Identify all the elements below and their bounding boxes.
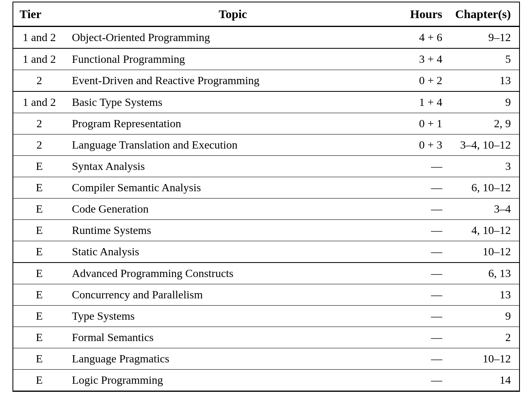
hours-cell: — (400, 369, 449, 391)
tier-cell: E (13, 155, 66, 177)
table-row: EAdvanced Programming Constructs—6, 13 (13, 263, 519, 284)
hours-cell: — (400, 219, 449, 241)
hours-cell: 1 + 4 (400, 91, 449, 113)
chapter-cell: 3–4, 10–12 (449, 134, 519, 155)
curriculum-table: Tier Topic Hours Chapter(s) 1 and 2Objec… (13, 2, 519, 391)
table-row: 1 and 2Object-Oriented Programming4 + 69… (13, 26, 519, 48)
header-tier: Tier (13, 2, 66, 27)
topic-cell: Code Generation (66, 198, 401, 219)
topic-cell: Logic Programming (66, 369, 401, 391)
topic-cell: Functional Programming (66, 48, 401, 70)
table-header-row: Tier Topic Hours Chapter(s) (13, 2, 519, 27)
tier-cell: E (13, 177, 66, 198)
table-row: 2Language Translation and Execution0 + 3… (13, 134, 519, 155)
table-row: ESyntax Analysis—3 (13, 155, 519, 177)
chapter-cell: 2 (449, 327, 519, 348)
topic-cell: Language Pragmatics (66, 348, 401, 369)
hours-cell: 0 + 3 (400, 134, 449, 155)
table-row: 1 and 2Functional Programming3 + 45 (13, 48, 519, 70)
header-hours: Hours (400, 2, 449, 27)
table-row: ELogic Programming—14 (13, 369, 519, 391)
chapter-cell: 6, 10–12 (449, 177, 519, 198)
header-chapter: Chapter(s) (449, 2, 519, 27)
tier-cell: 1 and 2 (13, 91, 66, 113)
hours-cell: — (400, 241, 449, 263)
table-row: 1 and 2Basic Type Systems1 + 49 (13, 91, 519, 113)
hours-cell: 3 + 4 (400, 48, 449, 70)
topic-cell: Runtime Systems (66, 219, 401, 241)
chapter-cell: 10–12 (449, 348, 519, 369)
tier-cell: 1 and 2 (13, 26, 66, 48)
tier-cell: E (13, 369, 66, 391)
hours-cell: — (400, 155, 449, 177)
topic-cell: Concurrency and Parallelism (66, 284, 401, 305)
table-row: EConcurrency and Parallelism—13 (13, 284, 519, 305)
chapter-cell: 13 (449, 284, 519, 305)
tier-cell: E (13, 348, 66, 369)
chapter-cell: 3–4 (449, 198, 519, 219)
chapter-cell: 9 (449, 305, 519, 327)
main-table-container: Tier Topic Hours Chapter(s) 1 and 2Objec… (12, 2, 520, 392)
topic-cell: Syntax Analysis (66, 155, 401, 177)
chapter-cell: 13 (449, 70, 519, 91)
table-row: ECode Generation—3–4 (13, 198, 519, 219)
hours-cell: — (400, 198, 449, 219)
hours-cell: — (400, 177, 449, 198)
tier-cell: 2 (13, 134, 66, 155)
topic-cell: Object-Oriented Programming (66, 26, 401, 48)
table-row: ERuntime Systems—4, 10–12 (13, 219, 519, 241)
topic-cell: Type Systems (66, 305, 401, 327)
topic-cell: Compiler Semantic Analysis (66, 177, 401, 198)
hours-cell: — (400, 348, 449, 369)
topic-cell: Program Representation (66, 113, 401, 134)
tier-cell: 1 and 2 (13, 48, 66, 70)
chapter-cell: 6, 13 (449, 263, 519, 284)
table-row: 2Event-Driven and Reactive Programming0 … (13, 70, 519, 91)
chapter-cell: 14 (449, 369, 519, 391)
topic-cell: Basic Type Systems (66, 91, 401, 113)
topic-cell: Formal Semantics (66, 327, 401, 348)
tier-cell: E (13, 263, 66, 284)
hours-cell: — (400, 327, 449, 348)
chapter-cell: 5 (449, 48, 519, 70)
hours-cell: 0 + 2 (400, 70, 449, 91)
topic-cell: Static Analysis (66, 241, 401, 263)
topic-cell: Language Translation and Execution (66, 134, 401, 155)
tier-cell: E (13, 305, 66, 327)
tier-cell: E (13, 284, 66, 305)
hours-cell: 4 + 6 (400, 26, 449, 48)
chapter-cell: 3 (449, 155, 519, 177)
topic-cell: Event-Driven and Reactive Programming (66, 70, 401, 91)
table-row: ECompiler Semantic Analysis—6, 10–12 (13, 177, 519, 198)
tier-cell: E (13, 198, 66, 219)
table-body: 1 and 2Object-Oriented Programming4 + 69… (13, 26, 519, 391)
hours-cell: — (400, 284, 449, 305)
table-row: EStatic Analysis—10–12 (13, 241, 519, 263)
table-row: EType Systems—9 (13, 305, 519, 327)
tier-cell: E (13, 327, 66, 348)
chapter-cell: 10–12 (449, 241, 519, 263)
chapter-cell: 4, 10–12 (449, 219, 519, 241)
tier-cell: 2 (13, 113, 66, 134)
topic-cell: Advanced Programming Constructs (66, 263, 401, 284)
tier-cell: E (13, 241, 66, 263)
table-row: 2Program Representation0 + 12, 9 (13, 113, 519, 134)
tier-cell: E (13, 219, 66, 241)
table-row: EFormal Semantics—2 (13, 327, 519, 348)
tier-cell: 2 (13, 70, 66, 91)
header-topic: Topic (66, 2, 401, 27)
chapter-cell: 2, 9 (449, 113, 519, 134)
chapter-cell: 9 (449, 91, 519, 113)
hours-cell: — (400, 305, 449, 327)
hours-cell: 0 + 1 (400, 113, 449, 134)
hours-cell: — (400, 263, 449, 284)
chapter-cell: 9–12 (449, 26, 519, 48)
table-row: ELanguage Pragmatics—10–12 (13, 348, 519, 369)
